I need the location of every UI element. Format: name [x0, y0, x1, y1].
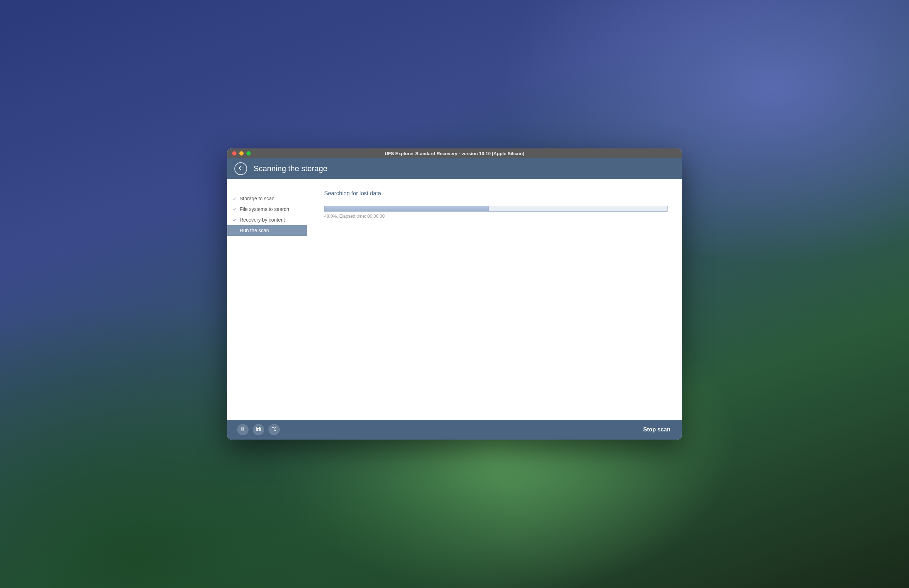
tree-button[interactable]	[268, 424, 280, 435]
svg-rect-1	[243, 427, 244, 430]
svg-rect-4	[275, 430, 276, 431]
scan-progress-fill	[325, 206, 489, 211]
step-label: Recovery by content	[240, 217, 285, 223]
wizard-steps-sidebar: Storage to scan File systems to search R…	[227, 183, 307, 409]
window-titlebar[interactable]: UFS Explorer Standard Recovery - version…	[227, 149, 682, 158]
save-icon	[256, 426, 262, 433]
step-recovery-by-content[interactable]: Recovery by content	[227, 215, 307, 225]
pause-icon	[240, 426, 246, 433]
svg-rect-3	[275, 427, 276, 428]
arrow-left-icon	[237, 165, 244, 173]
app-window: UFS Explorer Standard Recovery - version…	[227, 149, 682, 439]
check-icon	[232, 196, 237, 201]
back-button[interactable]	[234, 162, 247, 175]
check-icon	[232, 218, 237, 222]
close-window-button[interactable]	[232, 151, 236, 155]
page-title: Scanning the storage	[253, 164, 328, 173]
save-button[interactable]	[253, 424, 264, 435]
scan-progress-bar	[324, 206, 668, 212]
page-header: Scanning the storage	[227, 158, 682, 179]
step-label: Run the scan	[240, 228, 269, 233]
pause-button[interactable]	[237, 424, 249, 435]
scan-status-title: Searching for lost data	[324, 190, 668, 197]
footer-bar: Stop scan	[227, 420, 682, 439]
tree-icon	[271, 426, 277, 433]
scan-progress-label: 48.0%. Elapsed time: 00:00:00	[324, 214, 668, 219]
step-file-systems-to-search[interactable]: File systems to search	[227, 204, 307, 215]
step-storage-to-scan[interactable]: Storage to scan	[227, 193, 307, 204]
window-title: UFS Explorer Standard Recovery - version…	[227, 151, 682, 156]
main-panel: Searching for lost data 48.0%. Elapsed t…	[307, 179, 682, 420]
zoom-window-button[interactable]	[246, 151, 251, 155]
svg-rect-2	[272, 427, 273, 428]
stop-scan-button[interactable]: Stop scan	[642, 424, 672, 435]
minimize-window-button[interactable]	[239, 151, 244, 155]
svg-rect-0	[241, 427, 242, 430]
step-label: File systems to search	[240, 206, 289, 212]
check-icon	[232, 207, 237, 212]
step-label: Storage to scan	[240, 195, 274, 201]
step-run-the-scan[interactable]: Run the scan	[227, 225, 307, 236]
traffic-lights	[227, 151, 251, 155]
content-area: Storage to scan File systems to search R…	[227, 179, 682, 420]
